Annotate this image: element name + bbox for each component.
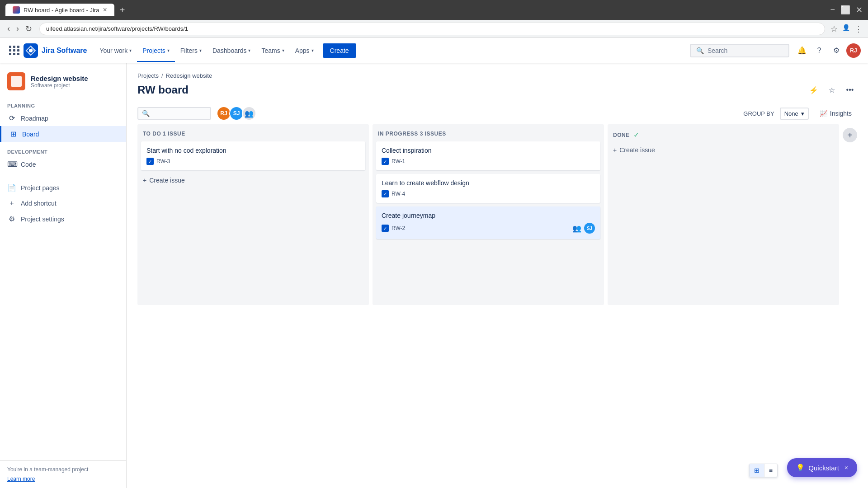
profile-icon[interactable]: 👤 bbox=[842, 24, 850, 34]
address-bar-row: ‹ › ↻ ☆ 👤 ⋮ bbox=[0, 20, 868, 38]
back-btn[interactable]: ‹ bbox=[5, 23, 12, 34]
browser-controls: − ⬜ ✕ bbox=[830, 5, 863, 15]
address-input[interactable] bbox=[39, 23, 825, 35]
addr-actions: ☆ 👤 ⋮ bbox=[830, 24, 863, 34]
restore-icon[interactable]: ⬜ bbox=[840, 5, 850, 15]
tab-favicon bbox=[13, 6, 20, 14]
refresh-btn[interactable]: ↻ bbox=[24, 23, 34, 35]
tab-title: RW board - Agile board - Jira bbox=[24, 7, 99, 14]
browser-chrome: RW board - Agile board - Jira × + − ⬜ ✕ bbox=[0, 0, 868, 20]
forward-btn[interactable]: › bbox=[14, 23, 21, 34]
menu-icon[interactable]: ⋮ bbox=[854, 24, 863, 34]
new-tab-btn[interactable]: + bbox=[120, 5, 125, 15]
close-window-icon[interactable]: ✕ bbox=[856, 5, 863, 15]
nav-buttons: ‹ › ↻ bbox=[5, 23, 34, 35]
bookmark-icon[interactable]: ☆ bbox=[830, 24, 838, 34]
browser-tab[interactable]: RW board - Agile board - Jira × bbox=[5, 4, 114, 16]
minimize-icon[interactable]: − bbox=[830, 5, 835, 15]
tab-close-btn[interactable]: × bbox=[103, 6, 107, 14]
